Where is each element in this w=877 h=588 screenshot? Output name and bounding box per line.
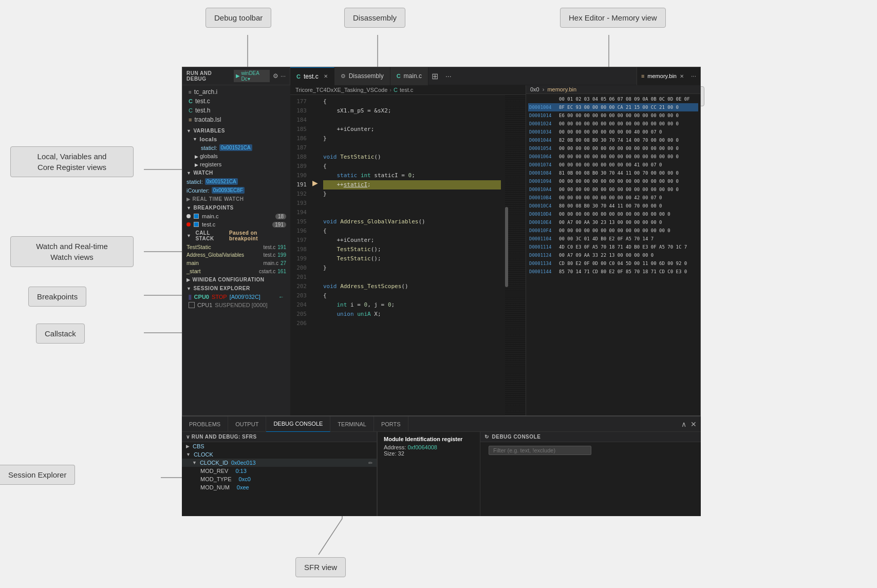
globals-item[interactable]: ▶globals	[191, 152, 290, 160]
code-line-189: {	[323, 162, 501, 171]
tab-debug-console[interactable]: DEBUG CONSOLE	[266, 416, 330, 432]
call-address-global[interactable]: Address_GlobalVariables test.c 199	[182, 251, 290, 259]
minimap-thumb[interactable]	[505, 207, 508, 287]
debug-config-dropdown[interactable]: ▶ winDEA Dc▾	[234, 70, 270, 82]
debug-console-panel: ↻ DEBUG CONSOLE	[480, 432, 701, 516]
hex-row-d00010f4: D00010F4 00 00 00 00 00 00 00 00 00 00 0…	[528, 226, 698, 235]
breakpoints-label: Breakpoints	[28, 287, 86, 307]
file-test-c[interactable]: C test.c	[182, 97, 290, 106]
code-line-191: ++staticI;	[323, 180, 501, 189]
hex-tab-more[interactable]: ···	[691, 72, 696, 80]
code-line-190: static int staticI = 0;	[323, 171, 501, 180]
code-content[interactable]: { sX1.m_pS = &sX2; ++iCounter; } void Te…	[319, 95, 505, 415]
watch-chevron: ▼	[186, 170, 191, 176]
sfr-mod-type: MOD_TYPE 0xc0	[182, 475, 377, 483]
sfr-clock-id[interactable]: ▼ CLOCK_ID 0x0ec013 ✏	[182, 459, 377, 467]
call-start[interactable]: _start cstart.c 161	[182, 267, 290, 275]
code-line-194	[323, 208, 501, 217]
more-icon[interactable]: ···	[281, 72, 286, 80]
file-test-h[interactable]: C test.h	[182, 106, 290, 115]
locals-header[interactable]: ▼ locals	[191, 135, 290, 143]
tab-test-c[interactable]: C test.c ✕	[290, 67, 334, 85]
hex-row-d0001084: D0001084 81 0B 00 08 B0 30 70 44 11 00 7…	[528, 169, 698, 177]
registers-item[interactable]: ▶registers	[191, 160, 290, 168]
ide-window: RUN AND DEBUG ▶ winDEA Dc▾ ⚙ ··· C test.…	[182, 67, 701, 416]
file-icon-tc: ≡	[189, 89, 192, 95]
close-panel-icon[interactable]: ✕	[691, 420, 697, 428]
sfr-mod-num: MOD_NUM 0xee	[182, 483, 377, 491]
sidebar: ≡ tc_arch.i C test.c C test.h ≡ traotab.…	[182, 85, 290, 415]
debug-toolbar-icons: ⚙ ···	[273, 72, 286, 80]
realtime-watch-section[interactable]: ▶ REAL TIME WATCH	[182, 195, 290, 203]
hex-toolbar: 0x0 › memory.bin	[526, 85, 700, 94]
main-tab-bar: RUN AND DEBUG ▶ winDEA Dc▾ ⚙ ··· C test.…	[182, 67, 700, 85]
hex-row-d0001034: D0001034 00 00 00 00 00 00 00 00 00 40 0…	[528, 128, 698, 136]
sfr-edit-icon[interactable]: ✏	[368, 460, 372, 466]
tab-disassembly[interactable]: ⚙ Disassembly	[334, 67, 390, 85]
tab-terminal[interactable]: TERMINAL	[330, 416, 374, 432]
locals-subsection: ▼ locals staticI: 0x001521CA ▶globals ▶r…	[182, 135, 290, 168]
hex-row-d0001054: D0001054 00 00 00 00 00 00 00 00 00 00 0…	[528, 144, 698, 153]
sfr-cbs[interactable]: ▶ CBS	[182, 442, 377, 450]
editor-area: Tricore_TC4DxXE_Tasking_VSCode › C test.…	[290, 85, 526, 415]
bp-main-c[interactable]: main.c 18	[182, 212, 290, 220]
tab-main-c[interactable]: C main.c	[390, 67, 428, 85]
code-line-198: TestStatic();	[323, 245, 501, 254]
winidea-config-section[interactable]: ▶ WINIDEA CONFIGURATION	[182, 275, 290, 284]
minimize-icon[interactable]: ∧	[681, 420, 686, 428]
hex-row-d0001024: D0001024 00 00 00 00 00 00 00 00 00 00 0…	[528, 120, 698, 128]
bp-checkbox-test[interactable]	[194, 222, 199, 227]
call-main[interactable]: main main.c 27	[182, 259, 290, 267]
hex-row-d0001114: D0001114 4D C0 E3 0F A5 70 18 71 4D B0 E…	[528, 243, 698, 251]
hex-row-d0001094: D0001094 00 00 00 00 00 00 00 00 00 00 0…	[528, 177, 698, 185]
hex-row-d0001104: D0001104 00 00 3C 01 4D B0 E2 0F A5 70 1…	[528, 235, 698, 243]
hex-tab-label: memory.bin	[647, 73, 677, 79]
run-debug-title: RUN AND DEBUG	[186, 70, 231, 82]
paused-badge: Paused on breakpoint	[229, 230, 286, 241]
code-line-183: sX1.m_pS = &sX2;	[323, 106, 501, 116]
file-h-icon: C	[189, 107, 193, 113]
breakpoints-section[interactable]: ▼ BREAKPOINTS	[182, 203, 290, 212]
hex-content[interactable]: 00 01 02 03 04 05 06 07 08 09 0A 0B 0C 0…	[526, 94, 700, 415]
file-traotab[interactable]: ≡ traotab.lsl	[182, 115, 290, 124]
tab-output[interactable]: OUTPUT	[228, 416, 266, 432]
console-filter-input[interactable]	[489, 446, 591, 455]
winidea-chevron: ▶	[186, 277, 191, 282]
sfr-clock[interactable]: ▼ CLOCK	[182, 450, 377, 459]
hex-row-d00010c4: D00010C4 80 00 08 B0 30 70 44 11 00 70 0…	[528, 202, 698, 210]
hex-editor-label: Hex Editor - Memory view	[560, 8, 666, 28]
code-line-205: union uniA X;	[323, 310, 501, 319]
hex-tab-close[interactable]: ✕	[680, 73, 684, 79]
bottom-controls: ∧ ✕	[677, 420, 701, 428]
file-lsl-icon: ≡	[189, 117, 192, 123]
watch-section[interactable]: ▼ WATCH	[182, 168, 290, 177]
bp-checkbox-main[interactable]	[194, 214, 199, 219]
tab-close-icon[interactable]: ✕	[324, 73, 328, 79]
code-line-196: {	[323, 226, 501, 236]
code-line-195: void Address_GlobalVariables()	[323, 217, 501, 226]
hex-row-d0001044: D0001044 82 0B 00 08 B0 30 70 74 14 00 7…	[528, 136, 698, 144]
variables-section[interactable]: ▼ VARIABLES	[182, 126, 290, 135]
bottom-content: ∨ RUN AND DEBUG: SFRS ▶ CBS ▼ CLOCK ▼ CL…	[182, 432, 701, 516]
editor-tab-icon[interactable]: ⊞	[428, 71, 441, 81]
call-teststatic[interactable]: TestStatic test.c 191	[182, 243, 290, 251]
cpu1-item[interactable]: CPU1 SUSPENDED [0000]	[182, 301, 290, 309]
hex-row-d0001134: D0001134 CD 80 E2 0F 0D 00 C0 04 5D 00 1…	[528, 259, 698, 268]
sfr-view-label: SFR view	[295, 557, 346, 577]
watch-static-i: staticI: 0x001521CA	[182, 177, 290, 186]
hex-row-d0001074: D0001074 00 00 00 00 00 00 00 00 00 41 0…	[528, 161, 698, 169]
tab-problems[interactable]: PROBLEMS	[182, 416, 228, 432]
breadcrumb: Tricore_TC4DxXE_Tasking_VSCode › C test.…	[290, 85, 526, 95]
content-area: ≡ tc_arch.i C test.c C test.h ≡ traotab.…	[182, 85, 700, 415]
cpu0-item[interactable]: || CPU0 STOP [A009'032C] ←	[182, 293, 290, 301]
settings-icon[interactable]: ⚙	[273, 72, 278, 80]
callstack-header[interactable]: ▼ CALL STACK Paused on breakpoint	[182, 229, 290, 243]
editor-more-button[interactable]: ···	[441, 72, 456, 80]
file-tc-arch[interactable]: ≡ tc_arch.i	[182, 87, 290, 97]
tab-gear-icon: ⚙	[341, 73, 346, 80]
bp-test-c[interactable]: test.c 191	[182, 220, 290, 229]
run-debug-bar: RUN AND DEBUG ▶ winDEA Dc▾ ⚙ ···	[182, 67, 290, 85]
tab-ports[interactable]: PORTS	[374, 416, 408, 432]
hex-row-d0001064: D0001064 00 00 00 00 00 00 00 00 00 00 0…	[528, 153, 698, 161]
hex-tab-icon: ≡	[641, 73, 644, 79]
